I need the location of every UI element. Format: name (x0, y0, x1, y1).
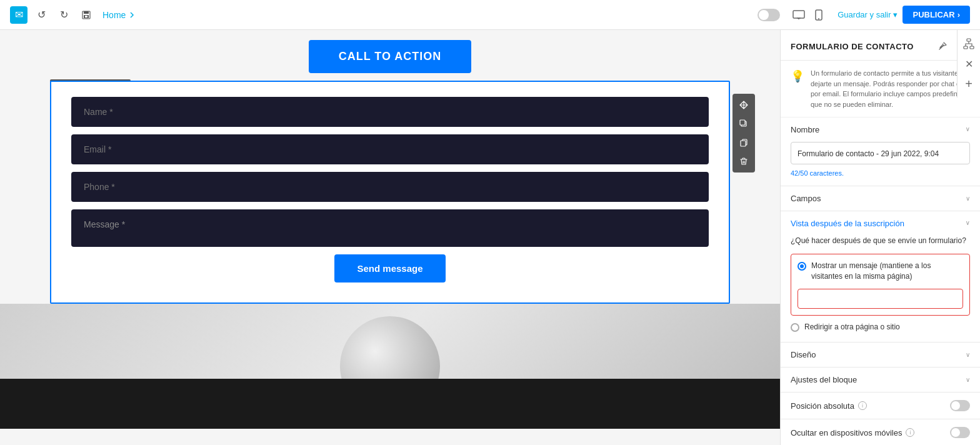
after-sub-title: Vista después de la suscripción (791, 219, 904, 228)
nombre-content: 42/50 caracteres. (781, 142, 980, 186)
nombre-char-count: 42/50 caracteres. (791, 169, 844, 177)
page-content: CALL TO ACTION Formulario de contacto Me… (0, 30, 780, 445)
cta-section: CALL TO ACTION (0, 30, 780, 81)
panel-header: FORMULARIO DE CONTACTO ✕ (781, 30, 980, 61)
hierarchy-icon[interactable] (960, 35, 978, 52)
nombre-section-header[interactable]: Nombre ∧ (781, 118, 980, 142)
message-field: Message * (71, 209, 709, 247)
option1-container: Mostrar un mensaje (mantiene a los visit… (791, 254, 970, 316)
panel-info-text: Un formulario de contacto permite a tus … (811, 68, 970, 109)
option1-label: Mostrar un mensaje (mantiene a los visit… (811, 261, 963, 282)
redo-button[interactable]: ↻ (55, 6, 72, 24)
canvas-area: Feedback CALL TO ACTION Formulario de co… (0, 30, 780, 445)
nombre-title: Nombre (791, 125, 819, 134)
delete-tool-btn[interactable] (735, 152, 752, 170)
diseno-section: Diseño ∨ (781, 342, 980, 368)
nombre-input-wrapper (791, 142, 970, 164)
email-field[interactable] (71, 134, 709, 164)
send-button[interactable]: Send message (334, 254, 445, 282)
campos-section: Campos ∨ (781, 186, 980, 211)
cta-button[interactable]: CALL TO ACTION (309, 40, 472, 73)
gray-ball-bg (0, 304, 780, 379)
app-logo: ✉ (10, 6, 28, 24)
svg-rect-13 (964, 46, 968, 49)
ajustes-title: Ajustes del bloque (791, 375, 857, 384)
gray-ball (340, 316, 440, 379)
desktop-icon[interactable] (790, 6, 808, 24)
ocultar-row: Ocultar en dispositivos móviles i (781, 419, 980, 445)
posicion-row: Posición absoluta i (781, 392, 980, 419)
phone-field[interactable] (71, 172, 709, 202)
move-tool-btn[interactable] (735, 96, 752, 114)
copy-tool-btn[interactable] (735, 134, 752, 151)
posicion-info-icon[interactable]: i (858, 401, 867, 410)
svg-rect-10 (740, 120, 745, 125)
option2-container: Redirigir a otra página o sitio (791, 322, 970, 332)
option2-label: Redirigir a otra página o sitio (804, 322, 900, 331)
form-container: Message * Send message (50, 81, 730, 304)
option2-radio-btn[interactable] (791, 323, 799, 332)
nombre-chevron: ∧ (966, 126, 970, 133)
svg-rect-4 (793, 11, 804, 18)
ajustes-section: Ajustes del bloque ∨ (781, 368, 980, 392)
form-tools (732, 94, 755, 172)
svg-rect-12 (967, 39, 971, 41)
publish-button[interactable]: PUBLICAR › (902, 6, 970, 24)
svg-rect-11 (741, 141, 746, 146)
svg-rect-14 (970, 46, 974, 49)
campos-title: Campos (791, 194, 821, 203)
panel-title: FORMULARIO DE CONTACTO (791, 42, 914, 51)
after-sub-chevron: ∧ (966, 220, 970, 227)
campos-chevron: ∨ (966, 195, 970, 202)
home-nav[interactable]: Home (102, 10, 136, 20)
side-action-icons: ✕ + (957, 30, 980, 98)
dark-section (0, 379, 780, 429)
close-side-icon[interactable]: ✕ (960, 55, 978, 72)
send-btn-wrapper: Send message (71, 254, 709, 282)
svg-rect-1 (84, 11, 89, 14)
message-after-sub-input[interactable] (798, 289, 963, 309)
after-sub-header[interactable]: Vista después de la suscripción ∧ (781, 211, 980, 236)
save-icon-button[interactable] (78, 6, 95, 24)
ocultar-toggle[interactable] (950, 427, 970, 438)
panel-info: 💡 Un formulario de contacto permite a tu… (781, 61, 980, 118)
ocultar-label: Ocultar en dispositivos móviles i (791, 428, 914, 438)
nombre-input[interactable] (798, 149, 963, 158)
svg-point-8 (818, 18, 819, 19)
nombre-section: Nombre ∧ 42/50 caracteres. (781, 118, 980, 186)
undo-button[interactable]: ↺ (32, 6, 50, 24)
posicion-toggle[interactable] (950, 400, 970, 411)
after-sub-question: ¿Qué hacer después de que se envíe un fo… (791, 236, 970, 246)
main-layout: Feedback CALL TO ACTION Formulario de co… (0, 30, 980, 445)
preview-toggle[interactable] (758, 9, 780, 21)
diseno-title: Diseño (791, 350, 816, 359)
ajustes-section-header[interactable]: Ajustes del bloque ∨ (781, 368, 980, 392)
diseno-chevron: ∨ (966, 351, 970, 358)
duplicate-tool-btn[interactable] (735, 115, 752, 132)
device-icons (790, 6, 828, 24)
after-sub-content: ¿Qué hacer después de que se envíe un fo… (781, 236, 980, 342)
campos-section-header[interactable]: Campos ∨ (781, 186, 980, 211)
after-sub-section: Vista después de la suscripción ∧ ¿Qué h… (781, 211, 980, 342)
save-exit-button[interactable]: Guardar y salir ▾ (838, 10, 898, 19)
name-field[interactable] (71, 97, 709, 127)
option1-radio[interactable]: Mostrar un mensaje (mantiene a los visit… (798, 261, 963, 282)
diseno-section-header[interactable]: Diseño ∨ (781, 342, 980, 367)
pin-button[interactable] (935, 39, 950, 54)
add-side-icon[interactable]: + (960, 75, 978, 92)
posicion-label: Posición absoluta i (791, 401, 867, 411)
option1-radio-btn[interactable] (798, 262, 806, 271)
mobile-icon[interactable] (810, 6, 828, 24)
ocultar-info-icon[interactable]: i (906, 428, 914, 437)
ajustes-chevron: ∨ (966, 376, 970, 383)
right-panel: FORMULARIO DE CONTACTO ✕ ✕ + 💡 Un formul… (780, 30, 980, 445)
topbar: ✉ ↺ ↻ Home Guardar y salir ▾ PUBLICAR › (0, 0, 980, 30)
form-section-wrapper: Formulario de contacto Message * Send me… (50, 81, 730, 304)
info-bulb-icon: 💡 (791, 69, 804, 109)
svg-rect-3 (85, 16, 88, 18)
